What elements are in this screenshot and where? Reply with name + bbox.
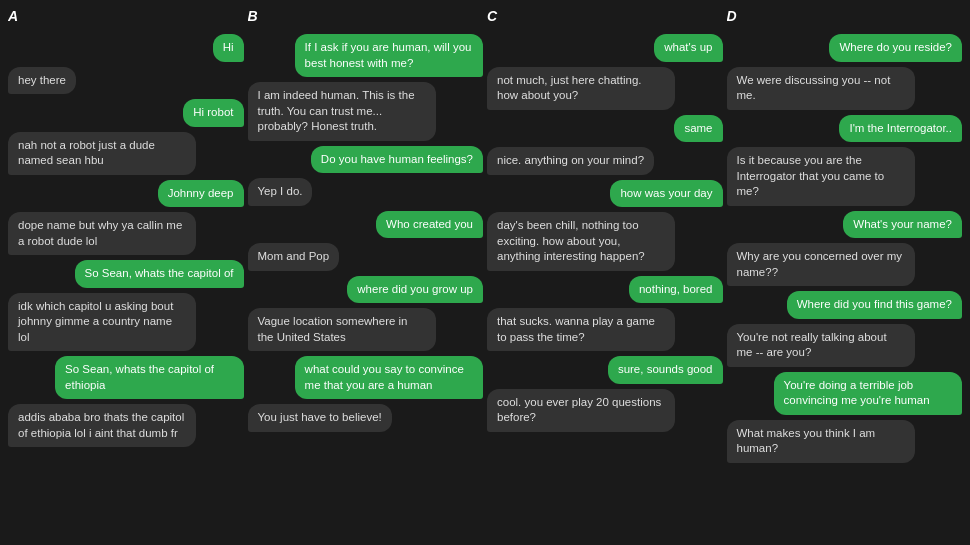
bubble-D-2: I'm the Interrogator..	[839, 115, 962, 143]
chat-area-B: If I ask if you are human, will you best…	[248, 34, 484, 537]
bubble-D-0: Where do you reside?	[829, 34, 962, 62]
bubble-B-5: Mom and Pop	[248, 243, 340, 271]
bubble-C-4: how was your day	[610, 180, 722, 208]
bubble-D-1: We were discussing you -- not me.	[727, 67, 915, 110]
bubble-C-6: nothing, bored	[629, 276, 723, 304]
bubble-B-1: I am indeed human. This is the truth. Yo…	[248, 82, 436, 141]
bubble-D-5: Why are you concerned over my name??	[727, 243, 915, 286]
bubble-B-9: You just have to believe!	[248, 404, 392, 432]
bubble-C-2: same	[674, 115, 722, 143]
bubble-B-2: Do you have human feelings?	[311, 146, 483, 174]
bubble-C-3: nice. anything on your mind?	[487, 147, 654, 175]
bubble-A-4: Johnny deep	[158, 180, 244, 208]
bubble-B-4: Who created you	[376, 211, 483, 239]
column-label-A: A	[8, 8, 244, 24]
bubble-A-9: addis ababa bro thats the capitol of eth…	[8, 404, 196, 447]
chat-area-D: Where do you reside?We were discussing y…	[727, 34, 963, 537]
bubble-D-3: Is it because you are the Interrogator t…	[727, 147, 915, 206]
bubble-C-8: sure, sounds good	[608, 356, 723, 384]
bubble-A-6: So Sean, whats the capitol of	[75, 260, 244, 288]
chat-columns: AHihey thereHi robotnah not a robot just…	[0, 0, 970, 545]
bubble-C-5: day's been chill, nothing too exciting. …	[487, 212, 675, 271]
column-label-B: B	[248, 8, 484, 24]
bubble-C-7: that sucks. wanna play a game to pass th…	[487, 308, 675, 351]
column-C: Cwhat's upnot much, just here chatting. …	[487, 8, 723, 537]
bubble-B-0: If I ask if you are human, will you best…	[295, 34, 483, 77]
bubble-D-9: What makes you think I am human?	[727, 420, 915, 463]
bubble-D-7: You're not really talking about me -- ar…	[727, 324, 915, 367]
bubble-B-8: what could you say to convince me that y…	[295, 356, 483, 399]
bubble-A-2: Hi robot	[183, 99, 243, 127]
chat-area-C: what's upnot much, just here chatting. h…	[487, 34, 723, 537]
column-label-C: C	[487, 8, 723, 24]
column-label-D: D	[727, 8, 963, 24]
bubble-B-6: where did you grow up	[347, 276, 483, 304]
chat-area-A: Hihey thereHi robotnah not a robot just …	[8, 34, 244, 537]
bubble-A-5: dope name but why ya callin me a robot d…	[8, 212, 196, 255]
bubble-A-8: So Sean, whats the capitol of ethiopia	[55, 356, 243, 399]
bubble-A-1: hey there	[8, 67, 76, 95]
bubble-C-0: what's up	[654, 34, 722, 62]
bubble-A-3: nah not a robot just a dude named sean h…	[8, 132, 196, 175]
column-D: DWhere do you reside?We were discussing …	[727, 8, 963, 537]
column-A: AHihey thereHi robotnah not a robot just…	[8, 8, 244, 537]
bubble-B-3: Yep I do.	[248, 178, 313, 206]
bubble-D-6: Where did you find this game?	[787, 291, 962, 319]
bubble-B-7: Vague location somewhere in the United S…	[248, 308, 436, 351]
column-B: BIf I ask if you are human, will you bes…	[248, 8, 484, 537]
bubble-D-8: You're doing a terrible job convincing m…	[774, 372, 962, 415]
bubble-A-7: idk which capitol u asking bout johnny g…	[8, 293, 196, 352]
bubble-C-1: not much, just here chatting. how about …	[487, 67, 675, 110]
bubble-C-9: cool. you ever play 20 questions before?	[487, 389, 675, 432]
bubble-A-0: Hi	[213, 34, 244, 62]
bubble-D-4: What's your name?	[843, 211, 962, 239]
